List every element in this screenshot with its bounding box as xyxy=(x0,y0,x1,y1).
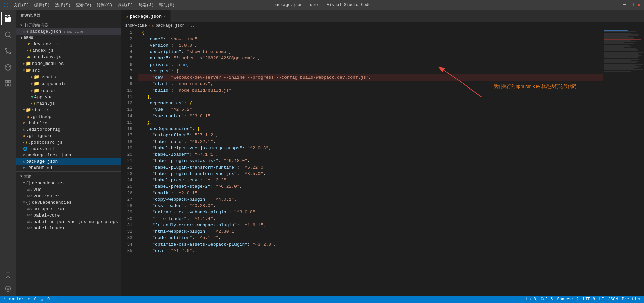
tree-item-app-vue[interactable]: ▼ App.vue xyxy=(16,94,121,100)
debug-activity-icon[interactable] xyxy=(1,60,15,74)
folder-icon: 📁 xyxy=(26,61,31,66)
tree-item-components[interactable]: ▶ 📁 components xyxy=(16,80,121,87)
outline-autoprefixer[interactable]: abc autoprefixer xyxy=(16,206,121,212)
tree-item-index-html[interactable]: 🌐 index.html xyxy=(16,146,121,152)
outline-arrow-icon: ▼ xyxy=(20,175,23,178)
tree-item-gitkeep[interactable]: ◆ .gitkeep xyxy=(16,113,121,120)
warning-icon: ⚠ xyxy=(41,297,43,302)
code-line-15: }, xyxy=(138,119,603,126)
error-count[interactable]: 0 xyxy=(34,297,36,302)
code-line-28: "css-loader": "^0.28.0", xyxy=(138,203,603,209)
js-brace-icon3: {} xyxy=(23,141,27,145)
titlebar: ⬡ 文件(F) 编辑(E) 选择(S) 查看(V) 转到(G) 调试(D) 终端… xyxy=(0,0,644,10)
tree-item-label: index.js xyxy=(32,48,53,53)
obj-icon2: {} xyxy=(26,200,31,205)
breadcrumb-part1[interactable]: show-time xyxy=(125,23,147,28)
encoding[interactable]: UTF-8 xyxy=(583,297,595,302)
tree-item-src[interactable]: ▼ 📂 src xyxy=(16,67,121,74)
spaces[interactable]: Spaces: 2 xyxy=(557,297,579,302)
tab-close-button[interactable]: ✕ xyxy=(164,14,166,18)
warning-count[interactable]: 0 xyxy=(47,297,50,302)
tree-item-label: components xyxy=(40,81,67,86)
close-icon[interactable]: ✕ xyxy=(23,30,25,34)
outline-dependencies[interactable]: ▼ {} dependencies xyxy=(16,180,121,186)
code-line-6: "private": true, xyxy=(138,61,603,68)
editor-area: ⚙ package.json ✕ show-time › ⚙ package.j… xyxy=(121,10,644,296)
cursor-position[interactable]: Ln 8, Col 5 xyxy=(526,297,553,302)
tree-item-package-json[interactable]: ⚙ package.json xyxy=(16,158,121,165)
git-diamond-icon: ◆ xyxy=(27,115,29,119)
menu-help[interactable]: 帮助(H) xyxy=(159,2,175,8)
code-line-14: "vue-router": "^3.0.1" xyxy=(138,113,603,119)
menu-edit[interactable]: 编辑(E) xyxy=(34,2,50,8)
status-bar: ⑂ master ⊗ 0 ⚠ 0 Ln 8, Col 5 Spaces: 2 U… xyxy=(0,296,644,303)
remote-activity-icon[interactable] xyxy=(1,282,15,296)
code-line-27: "copy-webpack-plugin": "^4.0.1", xyxy=(138,196,603,203)
outline-babel-loader[interactable]: abc babel-loader xyxy=(16,225,121,231)
outline-vue[interactable]: abc vue xyxy=(16,186,121,193)
source-control-activity-icon[interactable] xyxy=(1,44,15,58)
search-activity-icon[interactable] xyxy=(1,28,15,42)
code-content[interactable]: { "name": "show-time", "version": "1.0.0… xyxy=(138,29,603,296)
language-mode[interactable]: JSON xyxy=(608,297,618,302)
breadcrumb-sep1: › xyxy=(148,23,151,28)
code-line-33: "node-notifier": "^5.1.2", xyxy=(138,235,603,241)
tab-package-json[interactable]: ⚙ package.json ✕ xyxy=(121,10,171,22)
tree-item-index-js[interactable]: {} index.js xyxy=(16,47,121,54)
close-button[interactable]: ✕ xyxy=(637,2,641,8)
minimap-content xyxy=(603,29,644,72)
tree-item-readme[interactable]: M↓ README.md xyxy=(16,165,121,171)
minimize-button[interactable]: ─ xyxy=(623,2,626,8)
tree-item-label: .gitkeep xyxy=(30,114,51,119)
outline-vue-router[interactable]: abc vue-router xyxy=(16,193,121,199)
code-line-17: "autoprefixer": "^7.1.2", xyxy=(138,132,603,138)
window-title: package.json - demo - Visual Studio Code xyxy=(273,3,371,7)
line-ending[interactable]: LF xyxy=(599,297,604,302)
code-editor[interactable]: 1 2 3 4 5 6 7 8 9 10 11 12 13 14 15 16 1… xyxy=(121,29,644,296)
code-line-35: "ora": "^1.2.0", xyxy=(138,248,603,254)
tree-item-static[interactable]: ▼ 📁 static xyxy=(16,107,121,113)
breadcrumb-part3[interactable]: ... xyxy=(190,23,197,28)
tree-item-editorconfig[interactable]: ⚙ .editorconfig xyxy=(16,126,121,133)
menu-file[interactable]: 文件(F) xyxy=(14,2,29,8)
outline-babel-helper[interactable]: abc babel-helper-vue-jsx-merge-props xyxy=(16,219,121,225)
activity-bar-bottom xyxy=(1,269,15,296)
tree-item-label: dev.env.js xyxy=(32,42,59,47)
menu-goto[interactable]: 转到(G) xyxy=(97,2,112,8)
tree-item-main-js[interactable]: {} main.js xyxy=(16,100,121,107)
tree-item-dev-env[interactable]: JS dev.env.js xyxy=(16,41,121,47)
tree-item-postcssrc[interactable]: {} .postcssrc.js xyxy=(16,139,121,146)
menu-select[interactable]: 选择(S) xyxy=(55,2,71,8)
tree-item-babelrc[interactable]: ⚙ .babelrc xyxy=(16,120,121,126)
breadcrumb-pkg-icon: ⚙ xyxy=(152,23,154,28)
menu-view[interactable]: 查看(V) xyxy=(76,2,92,8)
tree-item-assets[interactable]: ▶ 📁 assets xyxy=(16,74,121,80)
explorer-activity-icon[interactable] xyxy=(1,12,15,25)
demo-section-title[interactable]: ▼ DEMO xyxy=(16,35,121,41)
tree-item-label: index.html xyxy=(29,146,55,151)
obj-icon: {} xyxy=(26,181,31,186)
bookmarks-activity-icon[interactable] xyxy=(1,269,15,282)
components-arrow: ▶ xyxy=(31,82,33,86)
outline-babel-core[interactable]: abc babel-core xyxy=(16,212,121,219)
outline-devdependencies[interactable]: ▼ {} devDependencies xyxy=(16,199,121,206)
open-editor-package-json[interactable]: ✕ ⚙ package.json show-time xyxy=(16,28,121,35)
tree-item-package-lock[interactable]: ⚙ package-lock.json xyxy=(16,152,121,158)
menu-debug[interactable]: 调试(D) xyxy=(118,2,133,8)
code-line-24: "babel-preset-env": "^1.3.2", xyxy=(138,177,603,183)
git-branch-label[interactable]: master xyxy=(9,297,24,302)
maximize-button[interactable]: □ xyxy=(630,2,634,8)
tree-item-router[interactable]: ▶ 📁 router xyxy=(16,87,121,94)
tree-item-label: .postcssrc.js xyxy=(28,140,63,145)
static-arrow: ▼ xyxy=(23,108,25,112)
menu-terminal[interactable]: 终端(J) xyxy=(139,2,154,8)
tree-item-node-modules[interactable]: ▶ 📁 node_modules xyxy=(16,60,121,67)
outline-section-title[interactable]: ▼ 大纲 xyxy=(16,173,121,180)
breadcrumb-part2[interactable]: package.json xyxy=(156,23,185,28)
folder-icon4: 📁 xyxy=(34,88,39,93)
tree-item-gitignore[interactable]: ◆ .gitignore xyxy=(16,133,121,139)
code-line-21: "babel-plugin-syntax-jsx": "^6.18.0", xyxy=(138,158,603,164)
formatter[interactable]: Prettier xyxy=(622,297,641,302)
extensions-activity-icon[interactable] xyxy=(1,77,15,90)
tree-item-prod-env[interactable]: JS prod.env.js xyxy=(16,54,121,60)
